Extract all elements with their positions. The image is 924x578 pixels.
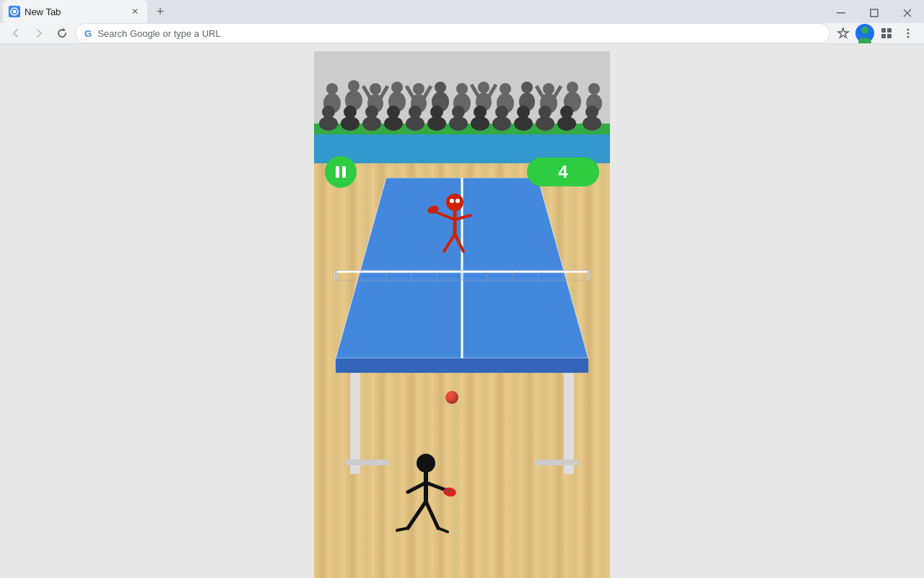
svg-point-51: [567, 82, 578, 93]
svg-point-45: [521, 82, 533, 93]
svg-line-109: [455, 234, 463, 251]
svg-point-75: [539, 105, 552, 118]
bookmark-button[interactable]: [833, 23, 853, 43]
svg-line-108: [444, 234, 455, 251]
svg-point-59: [365, 105, 378, 118]
svg-point-73: [517, 105, 530, 118]
svg-point-8: [861, 27, 868, 34]
svg-point-16: [907, 36, 910, 38]
svg-point-14: [907, 29, 910, 31]
close-button[interactable]: [891, 0, 924, 26]
svg-point-37: [456, 83, 468, 95]
ping-pong-ball: [445, 391, 458, 404]
reload-button[interactable]: [52, 23, 72, 43]
svg-rect-96: [350, 373, 360, 474]
chrome-frame: New Tab ✕ + G Search: [0, 0, 924, 578]
toolbar-right: [833, 23, 918, 43]
svg-point-25: [370, 83, 381, 95]
new-tab-button[interactable]: +: [150, 1, 170, 22]
svg-point-29: [391, 82, 403, 93]
player-black: [393, 452, 466, 546]
pause-icon: [336, 166, 346, 178]
svg-point-53: [588, 83, 600, 95]
svg-point-43: [500, 83, 511, 95]
svg-rect-11: [887, 28, 892, 33]
audience-svg: [314, 51, 610, 149]
svg-point-67: [452, 105, 465, 118]
svg-line-117: [397, 528, 408, 530]
svg-point-23: [348, 80, 359, 92]
svg-point-57: [344, 105, 357, 118]
svg-point-35: [435, 82, 446, 93]
tab-bar: New Tab ✕ +: [0, 0, 924, 23]
svg-line-106: [433, 212, 437, 213]
svg-point-31: [413, 83, 424, 95]
pause-bar-right: [342, 166, 346, 178]
svg-line-116: [408, 501, 426, 528]
svg-rect-2: [837, 12, 845, 14]
svg-point-69: [474, 105, 487, 118]
google-g-icon: G: [84, 28, 92, 39]
svg-rect-98: [346, 460, 389, 465]
game-hud: 4: [314, 156, 610, 188]
score-text: 4: [558, 162, 567, 182]
svg-rect-13: [887, 34, 892, 38]
svg-rect-19: [314, 134, 610, 149]
svg-point-55: [322, 105, 335, 118]
pause-button[interactable]: [325, 156, 357, 188]
content-area: 4: [0, 44, 924, 578]
svg-line-112: [408, 483, 426, 492]
svg-point-39: [478, 82, 489, 93]
minimize-button[interactable]: [824, 0, 858, 26]
svg-line-104: [437, 212, 455, 220]
audience-section: [314, 51, 610, 149]
pause-bar-left: [336, 166, 339, 178]
player-red: [426, 192, 484, 257]
svg-point-21: [326, 83, 338, 95]
svg-line-113: [426, 483, 445, 490]
game-floor: 4: [314, 149, 610, 578]
svg-rect-99: [535, 460, 578, 465]
game-container[interactable]: 4: [314, 51, 610, 578]
svg-point-65: [430, 105, 443, 118]
svg-point-1: [13, 10, 17, 14]
toolbar: G Search Google or type a URL: [0, 23, 924, 44]
active-tab[interactable]: New Tab ✕: [3, 0, 147, 23]
profile-button[interactable]: [855, 23, 875, 43]
svg-point-71: [495, 105, 508, 118]
tab-favicon: [9, 6, 20, 17]
svg-line-119: [438, 528, 448, 532]
svg-point-79: [585, 105, 598, 118]
svg-line-118: [426, 501, 438, 528]
svg-point-77: [560, 105, 573, 118]
address-text: Search Google or type a URL: [97, 28, 221, 39]
forward-button[interactable]: [29, 23, 49, 43]
svg-point-15: [907, 33, 910, 35]
back-button[interactable]: [6, 23, 26, 43]
svg-point-101: [450, 199, 454, 203]
maximize-button[interactable]: [858, 0, 891, 26]
svg-rect-12: [881, 34, 886, 38]
svg-line-107: [455, 215, 471, 220]
svg-rect-97: [564, 373, 574, 474]
svg-point-100: [446, 194, 463, 211]
tab-close-btn[interactable]: ✕: [128, 5, 141, 18]
svg-point-61: [387, 105, 400, 118]
svg-rect-3: [871, 9, 878, 17]
svg-point-110: [417, 454, 435, 473]
svg-point-47: [543, 83, 554, 95]
tab-title: New Tab: [25, 7, 126, 17]
svg-point-102: [456, 199, 460, 203]
svg-point-63: [409, 105, 422, 118]
score-badge: 4: [527, 158, 599, 186]
address-bar[interactable]: G Search Google or type a URL: [75, 23, 830, 43]
window-controls: [824, 0, 924, 26]
svg-rect-10: [881, 28, 886, 33]
extensions-button[interactable]: [876, 23, 897, 43]
menu-button[interactable]: [898, 23, 918, 43]
svg-marker-95: [336, 358, 588, 373]
